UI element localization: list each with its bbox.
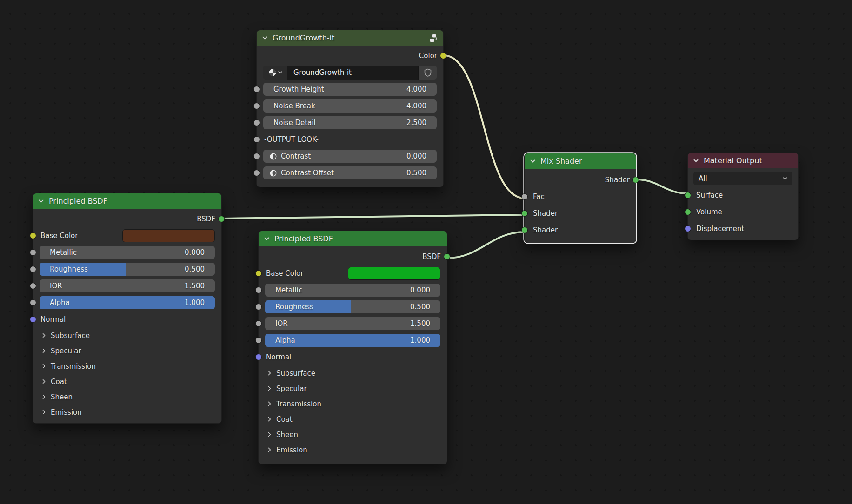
- socket-base-color-input[interactable]: [30, 232, 36, 239]
- node-header-principled-left[interactable]: Principled BSDF: [33, 193, 221, 209]
- base-color-swatch[interactable]: [122, 229, 215, 242]
- contrast-icon: [270, 153, 277, 160]
- input-label: Shader: [533, 209, 558, 218]
- section-sheen[interactable]: Sheen: [259, 427, 447, 442]
- roughness-slider[interactable]: Roughness 0.500: [40, 263, 215, 276]
- section-label: Subsurface: [51, 332, 90, 340]
- normal-row: Normal: [259, 349, 447, 365]
- section-coat[interactable]: Coat: [33, 374, 221, 389]
- socket-output-look-input[interactable]: [253, 136, 260, 143]
- prop-value: 0.000: [185, 248, 205, 257]
- socket-color-output[interactable]: [440, 53, 446, 59]
- socket-alpha-input[interactable]: [255, 337, 262, 344]
- socket-metallic-input[interactable]: [30, 249, 36, 256]
- growth-height-slider[interactable]: Growth Height 4.000: [263, 83, 437, 96]
- socket-displacement-input[interactable]: [685, 225, 691, 232]
- contrast-offset-slider[interactable]: Contrast Offset 0.500: [263, 166, 437, 179]
- socket-metallic-input[interactable]: [255, 287, 262, 293]
- socket-shader2-input[interactable]: [521, 227, 528, 233]
- material-selector-row: GroundGrowth-it: [257, 64, 443, 81]
- socket-alpha-input[interactable]: [30, 299, 36, 306]
- node-header-principled-center[interactable]: Principled BSDF: [259, 231, 447, 246]
- base-color-row: Base Color: [33, 227, 221, 244]
- socket-surface-input[interactable]: [685, 192, 691, 199]
- section-subsurface[interactable]: Subsurface: [259, 365, 447, 381]
- node-title: Principled BSDF: [49, 197, 216, 206]
- output-row-shader: Shader: [525, 172, 636, 188]
- section-sheen[interactable]: Sheen: [33, 389, 221, 405]
- input-row-shader-2: Shader: [525, 222, 636, 239]
- material-browse-button[interactable]: [263, 66, 287, 80]
- ior-slider[interactable]: IOR 1.500: [40, 279, 215, 292]
- chevron-down-icon: [693, 159, 699, 162]
- ior-slider[interactable]: IOR 1.500: [265, 317, 440, 330]
- section-emission[interactable]: Emission: [259, 442, 447, 458]
- socket-noise-detail-input[interactable]: [253, 119, 260, 126]
- node-header-material-output[interactable]: Material Output: [688, 153, 798, 168]
- node-groundgrowth[interactable]: GroundGrowth-it Color GroundGrowth-it Gr…: [256, 30, 444, 187]
- socket-normal-input[interactable]: [30, 316, 36, 323]
- render-target-value: All: [699, 174, 707, 183]
- prop-row-ior: IOR 1.500: [33, 278, 221, 294]
- section-specular[interactable]: Specular: [33, 343, 221, 358]
- input-label: Volume: [696, 208, 722, 216]
- socket-noise-break-input[interactable]: [253, 103, 260, 109]
- base-color-swatch[interactable]: [348, 267, 440, 280]
- noise-detail-slider[interactable]: Noise Detail 2.500: [263, 116, 437, 129]
- input-label: Shader: [533, 226, 558, 234]
- socket-roughness-input[interactable]: [255, 304, 262, 310]
- node-header-groundgrowth[interactable]: GroundGrowth-it: [257, 30, 443, 46]
- node-principled-bsdf-left[interactable]: Principled BSDF BSDF Base Color Metallic…: [33, 193, 222, 424]
- socket-contrast-offset-input[interactable]: [253, 170, 260, 176]
- material-name-field[interactable]: GroundGrowth-it: [287, 66, 418, 80]
- section-transmission[interactable]: Transmission: [259, 396, 447, 411]
- socket-ior-input[interactable]: [30, 283, 36, 289]
- section-coat[interactable]: Coat: [259, 411, 447, 427]
- fake-user-button[interactable]: [418, 66, 437, 80]
- wire-bsdf-left-to-shader1: [222, 215, 524, 219]
- output-label: BSDF: [197, 215, 215, 223]
- metallic-slider[interactable]: Metallic 0.000: [265, 284, 440, 297]
- socket-roughness-input[interactable]: [30, 266, 36, 272]
- socket-bsdf-output[interactable]: [444, 253, 450, 260]
- contrast-slider[interactable]: Contrast 0.000: [263, 150, 437, 163]
- node-mix-shader[interactable]: Mix Shader Shader Fac Shader Shader: [524, 153, 636, 243]
- section-subsurface[interactable]: Subsurface: [33, 328, 221, 343]
- prop-value: 0.000: [406, 152, 426, 160]
- socket-contrast-input[interactable]: [253, 153, 260, 159]
- socket-growth-height-input[interactable]: [253, 86, 260, 93]
- render-target-dropdown[interactable]: All: [693, 172, 792, 185]
- chevron-down-icon: [39, 199, 44, 203]
- section-emission[interactable]: Emission: [33, 405, 221, 420]
- prop-row-noise-break: Noise Break 4.000: [257, 98, 443, 114]
- section-transmission[interactable]: Transmission: [33, 358, 221, 374]
- node-group-icon: [428, 34, 438, 42]
- roughness-slider[interactable]: Roughness 0.500: [265, 300, 440, 313]
- section-label: Emission: [51, 408, 82, 417]
- prop-value: 0.500: [406, 169, 426, 177]
- metallic-slider[interactable]: Metallic 0.000: [40, 246, 215, 259]
- section-specular[interactable]: Specular: [259, 381, 447, 396]
- noise-break-slider[interactable]: Noise Break 4.000: [263, 99, 437, 113]
- socket-shader-output[interactable]: [632, 177, 639, 183]
- prop-value: 1.000: [185, 298, 205, 307]
- prop-label: IOR: [275, 319, 288, 328]
- alpha-slider[interactable]: Alpha 1.000: [265, 334, 440, 347]
- section-label: Sheen: [276, 431, 298, 439]
- section-label: Emission: [276, 446, 307, 454]
- socket-ior-input[interactable]: [255, 320, 262, 327]
- separator-label: -OUTPUT LOOK-: [264, 135, 319, 144]
- prop-row-alpha: Alpha 1.000: [259, 332, 447, 349]
- socket-volume-input[interactable]: [685, 209, 691, 215]
- socket-bsdf-output[interactable]: [218, 216, 225, 222]
- prop-value: 0.500: [185, 265, 205, 273]
- socket-normal-input[interactable]: [255, 354, 262, 360]
- section-label: Transmission: [51, 362, 96, 371]
- socket-base-color-input[interactable]: [255, 270, 262, 277]
- node-principled-bsdf-center[interactable]: Principled BSDF BSDF Base Color Metallic…: [258, 231, 447, 464]
- socket-fac-input[interactable]: [521, 193, 528, 200]
- socket-shader1-input[interactable]: [521, 210, 528, 217]
- node-material-output[interactable]: Material Output All Surface Volume Displ…: [687, 153, 799, 240]
- alpha-slider[interactable]: Alpha 1.000: [40, 296, 215, 309]
- node-header-mix-shader[interactable]: Mix Shader: [525, 153, 636, 169]
